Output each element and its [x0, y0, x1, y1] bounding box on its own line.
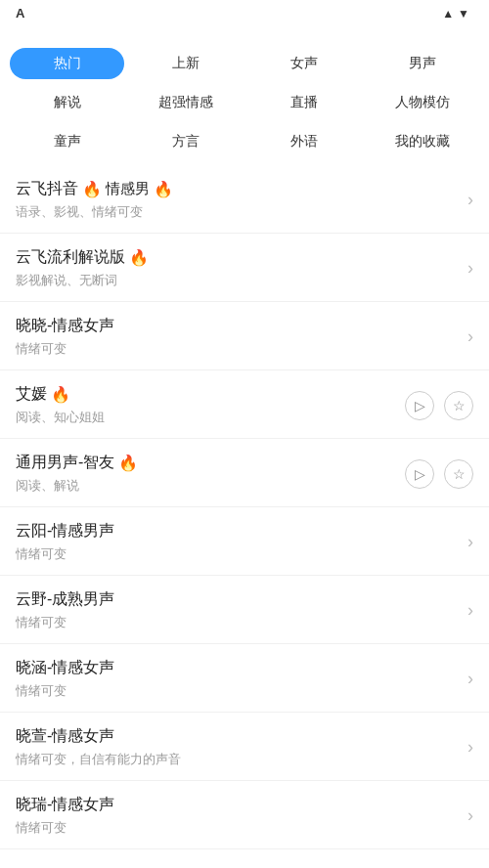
status-bar-right: ▲ ▼ — [442, 7, 473, 21]
voice-list-item[interactable]: 云飞抖音🔥情感男🔥 语录、影视、情绪可变 › — [0, 165, 489, 234]
filter-方言[interactable]: 方言 — [128, 126, 243, 157]
voice-actions: › — [467, 258, 473, 279]
voice-name-row: 晓萱-情感女声 — [16, 726, 467, 747]
filter-外语[interactable]: 外语 — [246, 126, 361, 157]
voice-name-text: 云飞流利解说版 — [16, 247, 125, 268]
voice-name-row: 云飞流利解说版🔥 — [16, 247, 467, 268]
voice-list: 云飞抖音🔥情感男🔥 语录、影视、情绪可变 › 云飞流利解说版🔥 影视解说、无断词… — [0, 165, 489, 849]
voice-actions: › — [467, 190, 473, 210]
voice-actions: ▷ ☆ — [405, 391, 473, 420]
voice-actions: › — [467, 737, 473, 758]
voice-tags: 情绪可变 — [16, 819, 467, 837]
filter-人物模仿[interactable]: 人物模仿 — [365, 87, 479, 118]
voice-name-text: 晓晓-情感女声 — [16, 316, 114, 336]
voice-name-row: 云野-成熟男声 — [16, 589, 467, 610]
voice-list-item[interactable]: 通用男声-智友🔥 阅读、解说 ▷ ☆ — [0, 439, 489, 507]
status-bar: A ▲ ▼ — [0, 0, 489, 24]
voice-info: 晓涵-情感女声 情绪可变 — [16, 658, 467, 700]
fire-icon: 🔥 — [118, 454, 138, 472]
voice-actions: › — [467, 326, 473, 347]
voice-list-item[interactable]: 云飞流利解说版🔥 影视解说、无断词 › — [0, 234, 489, 302]
voice-name-text: 云阳-情感男声 — [16, 521, 114, 542]
voice-list-item[interactable]: 云阳-情感男声 情绪可变 › — [0, 507, 489, 576]
voice-tags: 情绪可变，自信有能力的声音 — [16, 751, 467, 768]
voice-name-text: 云野-成熟男声 — [16, 589, 114, 610]
voice-tags: 语录、影视、情绪可变 — [16, 203, 467, 221]
filter-超强情感[interactable]: 超强情感 — [128, 87, 243, 118]
filter-解说[interactable]: 解说 — [10, 87, 124, 118]
voice-actions: › — [467, 805, 473, 826]
status-bar-left: A — [16, 6, 24, 21]
voice-tags: 情绪可变 — [16, 545, 467, 563]
voice-actions: › — [467, 600, 473, 621]
fire-icon: 🔥 — [129, 248, 149, 267]
chevron-right-icon: › — [467, 600, 473, 621]
header — [0, 24, 489, 44]
fire-icon: 🔥 — [51, 385, 70, 404]
voice-list-item[interactable]: 艾媛🔥 阅读、知心姐姐 ▷ ☆ — [0, 370, 489, 439]
tab-女声[interactable]: 女声 — [246, 48, 361, 79]
voice-name-row: 晓瑞-情感女声 — [16, 795, 467, 815]
voice-name-text: 晓萱-情感女声 — [16, 726, 114, 747]
voice-info: 晓瑞-情感女声 情绪可变 — [16, 795, 467, 837]
chevron-right-icon: › — [467, 805, 473, 826]
voice-name-text: 通用男声-智友 — [16, 453, 114, 473]
chevron-right-icon: › — [467, 532, 473, 552]
voice-info: 云阳-情感男声 情绪可变 — [16, 521, 467, 563]
filter-row-3: 童声方言外语我的收藏 — [0, 122, 489, 165]
voice-tags: 情绪可变 — [16, 340, 467, 358]
voice-name-text: 晓涵-情感女声 — [16, 658, 114, 678]
filter-我的收藏[interactable]: 我的收藏 — [365, 126, 479, 157]
fire-icon: 🔥 — [82, 180, 102, 198]
voice-actions: ▷ ☆ — [405, 459, 473, 489]
favorite-button[interactable]: ☆ — [444, 459, 473, 489]
tab-row-main: 热门上新女声男声 — [0, 44, 489, 83]
voice-info: 晓萱-情感女声 情绪可变，自信有能力的声音 — [16, 726, 467, 768]
voice-list-item[interactable]: 晓涵-情感女声 情绪可变 › — [0, 644, 489, 713]
voice-tags: 情绪可变 — [16, 614, 467, 631]
voice-list-item[interactable]: 晓瑞-情感女声 情绪可变 › — [0, 781, 489, 849]
voice-list-item[interactable]: 晓萱-情感女声 情绪可变，自信有能力的声音 › — [0, 713, 489, 781]
voice-info: 艾媛🔥 阅读、知心姐姐 — [16, 384, 405, 426]
voice-info: 云野-成熟男声 情绪可变 — [16, 589, 467, 631]
chevron-right-icon: › — [467, 326, 473, 347]
voice-info: 晓晓-情感女声 情绪可变 — [16, 316, 467, 358]
voice-tags: 影视解说、无断词 — [16, 272, 467, 289]
filter-row-2: 解说超强情感直播人物模仿 — [0, 83, 489, 122]
voice-name-row: 艾媛🔥 — [16, 384, 405, 405]
app-icon: A — [16, 6, 24, 21]
tab-上新[interactable]: 上新 — [128, 48, 243, 79]
voice-name-row: 晓晓-情感女声 — [16, 316, 467, 336]
voice-tags: 情绪可变 — [16, 682, 467, 700]
wifi-icon: ▼ — [458, 7, 469, 21]
voice-tags: 阅读、解说 — [16, 477, 405, 495]
play-button[interactable]: ▷ — [405, 391, 434, 420]
voice-suffix: 情感男 — [106, 180, 150, 198]
voice-info: 通用男声-智友🔥 阅读、解说 — [16, 453, 405, 495]
voice-name-row: 晓涵-情感女声 — [16, 658, 467, 678]
voice-name-row: 通用男声-智友🔥 — [16, 453, 405, 473]
filter-童声[interactable]: 童声 — [10, 126, 124, 157]
voice-actions: › — [467, 669, 473, 689]
favorite-button[interactable]: ☆ — [444, 391, 473, 420]
voice-list-item[interactable]: 晓晓-情感女声 情绪可变 › — [0, 302, 489, 370]
chevron-right-icon: › — [467, 669, 473, 689]
voice-name-row: 云飞抖音🔥情感男🔥 — [16, 179, 467, 199]
chevron-right-icon: › — [467, 737, 473, 758]
play-button[interactable]: ▷ — [405, 459, 434, 489]
filter-直播[interactable]: 直播 — [246, 87, 361, 118]
chevron-right-icon: › — [467, 258, 473, 279]
voice-info: 云飞抖音🔥情感男🔥 语录、影视、情绪可变 — [16, 179, 467, 221]
tab-男声[interactable]: 男声 — [365, 48, 479, 79]
voice-name-row: 云阳-情感男声 — [16, 521, 467, 542]
chevron-right-icon: › — [467, 190, 473, 210]
voice-actions: › — [467, 532, 473, 552]
voice-name-text: 艾媛 — [16, 384, 47, 405]
voice-tags: 阅读、知心姐姐 — [16, 409, 405, 426]
voice-list-item[interactable]: 云野-成熟男声 情绪可变 › — [0, 576, 489, 644]
fire-icon-2: 🔥 — [154, 180, 173, 198]
voice-info: 云飞流利解说版🔥 影视解说、无断词 — [16, 247, 467, 289]
tab-热门[interactable]: 热门 — [10, 48, 124, 79]
voice-name-text: 云飞抖音 — [16, 179, 78, 199]
signal-icon: ▲ — [442, 7, 454, 21]
